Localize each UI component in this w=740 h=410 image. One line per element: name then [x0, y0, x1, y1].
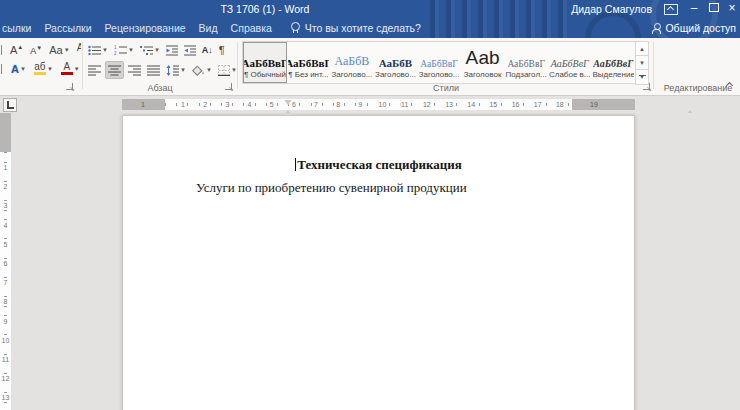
tab-справка[interactable]: Справка	[231, 22, 272, 34]
styles-dialog-launcher[interactable]: ↘	[643, 83, 652, 92]
style-item[interactable]: АаБбВвГ¶ Без инт...	[287, 42, 331, 83]
ruler-number: 12	[0, 375, 11, 383]
text-effects-button[interactable]: А▼	[9, 61, 28, 77]
minimize-button[interactable]: –	[684, 0, 704, 18]
ruler-number: 5	[0, 241, 11, 249]
ribbon-tabs: сылкиРассылкиРецензированиеВидСправка Чт…	[0, 18, 740, 38]
document-title: ТЗ 1706 (1) - Word	[0, 0, 530, 18]
tab-рецензирование[interactable]: Рецензирование	[105, 22, 186, 34]
style-label: Заголово...	[375, 70, 417, 79]
shading-button[interactable]: ▼	[190, 62, 214, 78]
style-item[interactable]: АаБбВЗаголово...	[374, 42, 418, 83]
tell-me-label: Что вы хотите сделать?	[305, 22, 421, 34]
ruler-row: 112345678910111213141516171819	[0, 96, 740, 113]
document-page[interactable]: Техническая спецификация Услуги по приоб…	[122, 115, 635, 410]
ruler-number: 8	[0, 298, 11, 306]
ruler-number: 6	[291, 100, 297, 109]
style-item[interactable]: АаБбВвГПодзагол...	[504, 42, 548, 83]
style-label: Подзагол...	[505, 70, 547, 79]
style-item[interactable]: АаБбВвГЗаголово...	[417, 42, 461, 83]
style-item[interactable]: АаБбВвГВыделение	[592, 42, 636, 83]
align-center-button[interactable]	[105, 61, 124, 79]
ruler-margin-area	[0, 113, 11, 152]
document-body-line[interactable]: Услуги по приобретению сувенирной продук…	[123, 180, 634, 196]
paragraph-group: ▼ 12 ▼ ▼ А↓ ¶	[84, 38, 236, 95]
close-button[interactable]: ×	[722, 0, 740, 18]
style-label: Слабое в...	[549, 70, 591, 79]
style-item[interactable]: АаБбВЗаголово...	[330, 42, 374, 83]
ruler-number: 9	[357, 100, 363, 109]
styles-gallery-scroll: ▲ ▼ ▼	[635, 41, 648, 82]
paragraph-group-label: Абзац	[84, 83, 236, 93]
borders-button[interactable]: ▼	[216, 62, 239, 78]
ribbon-display-options-icon[interactable]	[664, 4, 678, 15]
restore-button[interactable]	[704, 0, 724, 18]
style-preview: АаБбВвГ	[505, 43, 547, 69]
shrink-font-button[interactable]: А▼	[28, 42, 44, 58]
style-item[interactable]: АаБбВвГ¶ Обычный	[243, 42, 287, 83]
numbering-button[interactable]: 12 ▼	[112, 42, 136, 58]
group-separator	[653, 42, 654, 89]
ruler-number: 13	[444, 100, 454, 109]
font-dialog-launcher[interactable]: ↘	[66, 83, 75, 92]
gallery-scroll-up-button[interactable]: ▲	[635, 41, 649, 56]
style-label: ¶ Без инт...	[288, 70, 330, 79]
ruler-number: 6	[0, 260, 11, 268]
tab-рассылки[interactable]: Рассылки	[44, 22, 91, 34]
sort-button[interactable]: А↓	[200, 42, 215, 58]
tell-me-box[interactable]: Что вы хотите сделать?	[291, 22, 421, 34]
decrease-indent-button[interactable]	[164, 42, 180, 58]
font-color-button[interactable]: А▼	[59, 61, 81, 77]
tab-сылки[interactable]: сылки	[2, 22, 31, 34]
style-label: ¶ Обычный	[244, 70, 286, 79]
cropped-icon	[0, 44, 5, 56]
styles-group-label: Стили	[240, 83, 652, 93]
font-group: А▲ А▼ Aa▼ А А▼ аб▼ А▼ ↘	[0, 38, 81, 95]
paragraph-dialog-launcher[interactable]: ↘	[225, 83, 234, 92]
text-highlight-color-button[interactable]: аб▼	[32, 61, 55, 77]
style-item[interactable]: АаbЗаголовок	[461, 42, 505, 83]
multilevel-list-button[interactable]: ▼	[138, 42, 162, 58]
style-label: Заголовок	[462, 70, 504, 79]
ruler-number: 8	[335, 100, 341, 109]
style-preview: АаБбВвГ	[593, 43, 635, 69]
tab-selector[interactable]	[3, 98, 17, 112]
document-title-line[interactable]: Техническая спецификация	[123, 157, 634, 173]
ruler-number: 14	[466, 100, 476, 109]
ruler-number: 7	[0, 279, 11, 287]
clear-formatting-button[interactable]: А	[75, 42, 81, 58]
share-button[interactable]: Общий доступ	[652, 18, 736, 38]
gallery-scroll-down-button[interactable]: ▼	[635, 55, 649, 70]
align-right-button[interactable]	[126, 62, 143, 78]
style-label: Выделение	[593, 70, 635, 79]
svg-text:1: 1	[114, 45, 117, 50]
ribbon: А▲ А▼ Aa▼ А А▼ аб▼ А▼ ↘	[0, 38, 740, 96]
style-preview: АаБбВвГ	[244, 43, 286, 69]
ruler-number: 11	[0, 356, 11, 364]
style-label: Заголово...	[418, 70, 460, 79]
share-label: Общий доступ	[665, 22, 736, 34]
grow-font-button[interactable]: А▲	[8, 42, 25, 58]
bullets-button[interactable]: ▼	[86, 42, 110, 58]
ruler-number: 10	[0, 337, 11, 345]
line-spacing-button[interactable]: ▼	[164, 62, 188, 78]
justify-button[interactable]	[145, 62, 162, 78]
ruler-number: 2	[202, 100, 208, 109]
ruler-number: 5	[269, 100, 275, 109]
show-paragraph-marks-button[interactable]: ¶	[217, 42, 227, 58]
style-item[interactable]: АаБбВвГСлабое в...	[548, 42, 592, 83]
vertical-ruler[interactable]: 1234567891011121314	[0, 113, 11, 410]
account-user-name[interactable]: Дидар Смагулов	[571, 0, 652, 18]
style-preview: Ааb	[462, 43, 504, 69]
change-case-button[interactable]: Aa▼	[47, 42, 71, 58]
word-window: ТЗ 1706 (1) - Word Дидар Смагулов – × сы…	[0, 0, 740, 410]
collapse-ribbon-button[interactable]	[726, 81, 733, 88]
style-preview: АаБбВ	[375, 43, 417, 69]
ruler-number: 7	[313, 100, 319, 109]
align-left-button[interactable]	[86, 62, 103, 78]
ruler-number: 17	[533, 100, 543, 109]
ruler-number: 4	[247, 100, 253, 109]
tab-вид[interactable]: Вид	[199, 22, 218, 34]
increase-indent-button[interactable]	[182, 42, 198, 58]
horizontal-ruler[interactable]: 112345678910111213141516171819	[122, 99, 635, 110]
